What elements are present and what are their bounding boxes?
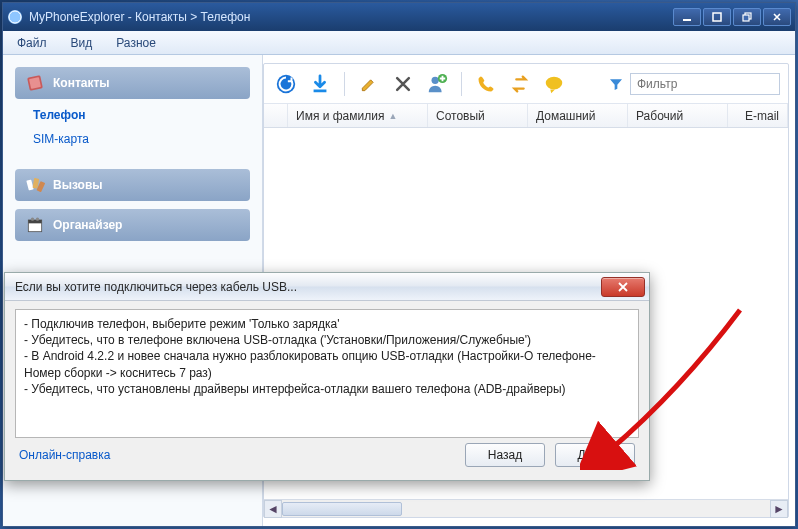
- dialog-line-1: - Подключив телефон, выберите режим 'Тол…: [24, 316, 630, 332]
- dialog-footer: Онлайн-справка Назад Далее: [15, 438, 639, 472]
- svg-rect-1: [683, 19, 691, 21]
- titlebar: MyPhoneExplorer - Контакты > Телефон: [3, 3, 795, 31]
- svg-rect-6: [29, 77, 41, 89]
- download-button[interactable]: [306, 70, 334, 98]
- svg-rect-15: [314, 89, 327, 92]
- svg-point-18: [546, 76, 563, 89]
- restore-button[interactable]: [733, 8, 761, 26]
- maximize-button[interactable]: [703, 8, 731, 26]
- minimize-button[interactable]: [673, 8, 701, 26]
- sidebar-item-calls[interactable]: Вызовы: [15, 169, 250, 201]
- menubar: Файл Вид Разное: [3, 31, 795, 55]
- sidebar-item-organizer[interactable]: Органайзер: [15, 209, 250, 241]
- window-controls: [671, 8, 791, 26]
- filter-box: [608, 73, 780, 95]
- menu-misc[interactable]: Разное: [110, 34, 162, 52]
- dialog-line-3: - В Android 4.2.2 и новее сначала нужно …: [24, 348, 630, 380]
- sidebar-item-phone[interactable]: Телефон: [27, 105, 238, 125]
- online-help-link[interactable]: Онлайн-справка: [19, 448, 110, 462]
- delete-button[interactable]: [389, 70, 417, 98]
- separator: [344, 72, 345, 96]
- dialog-title: Если вы хотите подключиться через кабель…: [15, 280, 601, 294]
- svg-rect-4: [743, 15, 749, 21]
- scroll-right-arrow[interactable]: ►: [770, 500, 788, 518]
- column-name[interactable]: Имя и фамилия▲: [288, 104, 428, 127]
- scroll-left-arrow[interactable]: ◄: [264, 500, 282, 518]
- scroll-thumb[interactable]: [282, 502, 402, 516]
- sidebar-contacts-label: Контакты: [53, 76, 110, 90]
- address-book-icon: [25, 73, 45, 93]
- svg-rect-11: [28, 220, 41, 223]
- separator: [461, 72, 462, 96]
- refresh-button[interactable]: [272, 70, 300, 98]
- filter-input[interactable]: [630, 73, 780, 95]
- organizer-icon: [25, 215, 45, 235]
- dialog-body: - Подключив телефон, выберите режим 'Тол…: [5, 301, 649, 480]
- column-checkbox[interactable]: [264, 104, 288, 127]
- column-email[interactable]: E-mail: [728, 104, 788, 127]
- sync-button[interactable]: [506, 70, 534, 98]
- column-mobile[interactable]: Сотовый: [428, 104, 528, 127]
- svg-rect-7: [26, 180, 33, 191]
- call-button[interactable]: [472, 70, 500, 98]
- menu-view[interactable]: Вид: [65, 34, 99, 52]
- dialog-line-2: - Убедитесь, что в телефоне включена USB…: [24, 332, 630, 348]
- dialog-close-button[interactable]: [601, 277, 645, 297]
- dialog-titlebar: Если вы хотите подключиться через кабель…: [5, 273, 649, 301]
- menu-file[interactable]: Файл: [11, 34, 53, 52]
- svg-point-0: [8, 10, 22, 24]
- toolbar: [264, 64, 788, 104]
- back-button[interactable]: Назад: [465, 443, 545, 467]
- sidebar-calls-label: Вызовы: [53, 178, 103, 192]
- svg-rect-2: [713, 13, 721, 21]
- svg-point-16: [432, 76, 439, 83]
- column-home[interactable]: Домашний: [528, 104, 628, 127]
- dialog-line-4: - Убедитесь, что установлены драйверы ин…: [24, 381, 630, 397]
- sidebar-item-sim[interactable]: SIM-карта: [27, 129, 238, 149]
- sidebar-item-contacts[interactable]: Контакты: [15, 67, 250, 99]
- close-button[interactable]: [763, 8, 791, 26]
- svg-point-12: [31, 218, 34, 221]
- sidebar-organizer-label: Органайзер: [53, 218, 122, 232]
- app-icon: [7, 9, 23, 25]
- horizontal-scrollbar[interactable]: ◄ ►: [264, 499, 788, 517]
- sort-asc-icon: ▲: [388, 111, 397, 121]
- calls-icon: [25, 175, 45, 195]
- window-title: MyPhoneExplorer - Контакты > Телефон: [29, 10, 671, 24]
- message-button[interactable]: [540, 70, 568, 98]
- close-icon: [617, 282, 629, 292]
- add-contact-button[interactable]: [423, 70, 451, 98]
- edit-button[interactable]: [355, 70, 383, 98]
- next-button[interactable]: Далее: [555, 443, 635, 467]
- dialog-text: - Подключив телефон, выберите режим 'Тол…: [15, 309, 639, 438]
- svg-point-13: [36, 218, 39, 221]
- usb-connect-dialog: Если вы хотите подключиться через кабель…: [4, 272, 650, 481]
- table-header: Имя и фамилия▲ Сотовый Домашний Рабочий …: [264, 104, 788, 128]
- filter-icon: [608, 76, 624, 92]
- column-work[interactable]: Рабочий: [628, 104, 728, 127]
